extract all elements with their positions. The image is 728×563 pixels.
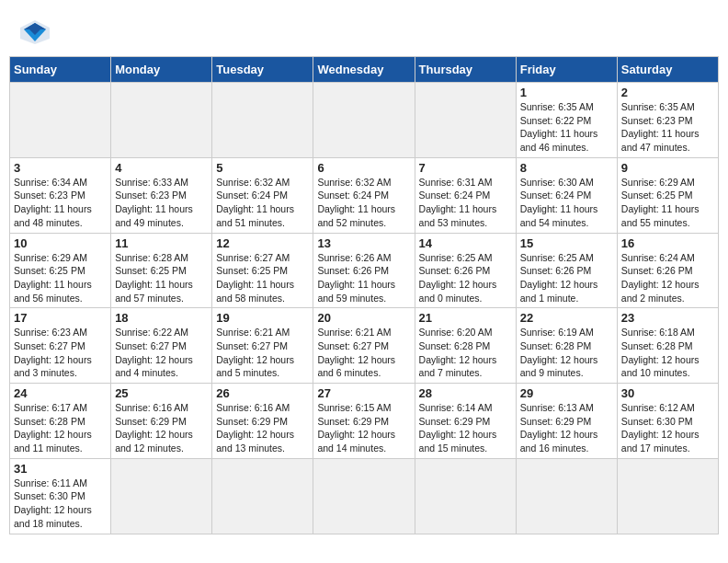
day-info: Sunrise: 6:22 AM Sunset: 6:27 PM Dayligh… — [115, 326, 208, 380]
day-info: Sunrise: 6:30 AM Sunset: 6:24 PM Dayligh… — [520, 176, 613, 230]
day-info: Sunrise: 6:35 AM Sunset: 6:22 PM Dayligh… — [520, 100, 613, 155]
day-info: Sunrise: 6:21 AM Sunset: 6:27 PM Dayligh… — [216, 326, 309, 380]
day-info: Sunrise: 6:19 AM Sunset: 6:28 PM Dayligh… — [520, 326, 613, 380]
day-info: Sunrise: 6:16 AM Sunset: 6:29 PM Dayligh… — [115, 401, 208, 455]
day-info: Sunrise: 6:25 AM Sunset: 6:26 PM Dayligh… — [520, 251, 613, 305]
calendar-cell: 19Sunrise: 6:21 AM Sunset: 6:27 PM Dayli… — [212, 308, 313, 384]
day-number: 3 — [14, 161, 107, 175]
calendar-cell — [617, 458, 718, 534]
day-info: Sunrise: 6:31 AM Sunset: 6:24 PM Dayligh… — [419, 176, 512, 230]
day-number: 22 — [520, 311, 613, 325]
calendar-cell: 29Sunrise: 6:13 AM Sunset: 6:29 PM Dayli… — [516, 384, 617, 459]
week-row-2: 3Sunrise: 6:34 AM Sunset: 6:23 PM Daylig… — [10, 157, 719, 233]
day-info: Sunrise: 6:29 AM Sunset: 6:25 PM Dayligh… — [621, 176, 714, 230]
calendar-cell — [313, 458, 415, 534]
calendar-cell: 31Sunrise: 6:11 AM Sunset: 6:30 PM Dayli… — [10, 458, 111, 534]
day-number: 6 — [317, 161, 410, 175]
day-number: 25 — [115, 386, 208, 400]
day-number: 1 — [520, 86, 613, 99]
day-info: Sunrise: 6:12 AM Sunset: 6:30 PM Dayligh… — [621, 401, 714, 455]
day-number: 7 — [419, 161, 512, 175]
calendar-cell: 8Sunrise: 6:30 AM Sunset: 6:24 PM Daylig… — [516, 157, 617, 233]
day-number: 28 — [419, 386, 512, 400]
calendar-cell: 11Sunrise: 6:28 AM Sunset: 6:25 PM Dayli… — [111, 233, 212, 308]
calendar-cell: 9Sunrise: 6:29 AM Sunset: 6:25 PM Daylig… — [617, 157, 718, 233]
calendar-cell: 13Sunrise: 6:26 AM Sunset: 6:26 PM Dayli… — [313, 233, 415, 308]
day-info: Sunrise: 6:18 AM Sunset: 6:28 PM Dayligh… — [621, 326, 714, 380]
day-number: 30 — [621, 386, 714, 400]
weekday-header-saturday: Saturday — [617, 57, 718, 83]
day-number: 10 — [14, 236, 107, 250]
day-number: 17 — [14, 311, 107, 325]
calendar-cell: 27Sunrise: 6:15 AM Sunset: 6:29 PM Dayli… — [313, 384, 415, 459]
day-number: 13 — [317, 236, 410, 250]
day-info: Sunrise: 6:23 AM Sunset: 6:27 PM Dayligh… — [14, 326, 107, 380]
day-info: Sunrise: 6:29 AM Sunset: 6:25 PM Dayligh… — [14, 251, 107, 305]
calendar-cell — [10, 83, 111, 158]
day-number: 24 — [14, 386, 107, 400]
week-row-6: 31Sunrise: 6:11 AM Sunset: 6:30 PM Dayli… — [10, 458, 719, 534]
calendar-cell — [111, 83, 212, 158]
day-number: 16 — [621, 236, 714, 250]
calendar-cell: 14Sunrise: 6:25 AM Sunset: 6:26 PM Dayli… — [415, 233, 516, 308]
calendar-cell: 18Sunrise: 6:22 AM Sunset: 6:27 PM Dayli… — [111, 308, 212, 384]
weekday-header-row: SundayMondayTuesdayWednesdayThursdayFrid… — [10, 57, 719, 83]
calendar-cell: 16Sunrise: 6:24 AM Sunset: 6:26 PM Dayli… — [617, 233, 718, 308]
day-number: 9 — [621, 161, 714, 175]
day-info: Sunrise: 6:24 AM Sunset: 6:26 PM Dayligh… — [621, 251, 714, 305]
day-info: Sunrise: 6:20 AM Sunset: 6:28 PM Dayligh… — [419, 326, 512, 380]
day-number: 12 — [216, 236, 309, 250]
week-row-3: 10Sunrise: 6:29 AM Sunset: 6:25 PM Dayli… — [10, 233, 719, 308]
calendar-cell: 10Sunrise: 6:29 AM Sunset: 6:25 PM Dayli… — [10, 233, 111, 308]
calendar-cell — [111, 458, 212, 534]
calendar-cell: 26Sunrise: 6:16 AM Sunset: 6:29 PM Dayli… — [212, 384, 313, 459]
weekday-header-monday: Monday — [111, 57, 212, 83]
calendar-cell — [212, 458, 313, 534]
calendar-cell: 1Sunrise: 6:35 AM Sunset: 6:22 PM Daylig… — [516, 83, 617, 158]
week-row-5: 24Sunrise: 6:17 AM Sunset: 6:28 PM Dayli… — [10, 384, 719, 459]
day-info: Sunrise: 6:27 AM Sunset: 6:25 PM Dayligh… — [216, 251, 309, 305]
calendar-cell: 6Sunrise: 6:32 AM Sunset: 6:24 PM Daylig… — [313, 157, 415, 233]
calendar-cell: 15Sunrise: 6:25 AM Sunset: 6:26 PM Dayli… — [516, 233, 617, 308]
day-info: Sunrise: 6:14 AM Sunset: 6:29 PM Dayligh… — [419, 401, 512, 455]
day-number: 2 — [621, 86, 714, 99]
calendar-cell: 20Sunrise: 6:21 AM Sunset: 6:27 PM Dayli… — [313, 308, 415, 384]
weekday-header-sunday: Sunday — [10, 57, 111, 83]
day-info: Sunrise: 6:26 AM Sunset: 6:26 PM Dayligh… — [317, 251, 410, 305]
calendar-cell: 22Sunrise: 6:19 AM Sunset: 6:28 PM Dayli… — [516, 308, 617, 384]
calendar-cell — [415, 458, 516, 534]
calendar-cell: 4Sunrise: 6:33 AM Sunset: 6:23 PM Daylig… — [111, 157, 212, 233]
day-number: 18 — [115, 311, 208, 325]
week-row-1: 1Sunrise: 6:35 AM Sunset: 6:22 PM Daylig… — [10, 83, 719, 158]
day-number: 23 — [621, 311, 714, 325]
day-number: 8 — [520, 161, 613, 175]
day-number: 26 — [216, 386, 309, 400]
calendar-cell: 30Sunrise: 6:12 AM Sunset: 6:30 PM Dayli… — [617, 384, 718, 459]
calendar-cell — [212, 83, 313, 158]
day-info: Sunrise: 6:25 AM Sunset: 6:26 PM Dayligh… — [419, 251, 512, 305]
calendar-cell: 23Sunrise: 6:18 AM Sunset: 6:28 PM Dayli… — [617, 308, 718, 384]
day-info: Sunrise: 6:13 AM Sunset: 6:29 PM Dayligh… — [520, 401, 613, 455]
calendar-cell — [313, 83, 415, 158]
header — [9, 9, 719, 51]
day-info: Sunrise: 6:34 AM Sunset: 6:23 PM Dayligh… — [14, 176, 107, 230]
calendar-cell: 24Sunrise: 6:17 AM Sunset: 6:28 PM Dayli… — [10, 384, 111, 459]
day-number: 19 — [216, 311, 309, 325]
day-number: 29 — [520, 386, 613, 400]
calendar-cell — [415, 83, 516, 158]
calendar-cell: 25Sunrise: 6:16 AM Sunset: 6:29 PM Dayli… — [111, 384, 212, 459]
day-number: 20 — [317, 311, 410, 325]
weekday-header-wednesday: Wednesday — [313, 57, 415, 83]
day-info: Sunrise: 6:15 AM Sunset: 6:29 PM Dayligh… — [317, 401, 410, 455]
calendar: SundayMondayTuesdayWednesdayThursdayFrid… — [9, 56, 719, 534]
day-info: Sunrise: 6:35 AM Sunset: 6:23 PM Dayligh… — [621, 100, 714, 155]
day-info: Sunrise: 6:28 AM Sunset: 6:25 PM Dayligh… — [115, 251, 208, 305]
day-number: 27 — [317, 386, 410, 400]
day-info: Sunrise: 6:11 AM Sunset: 6:30 PM Dayligh… — [14, 477, 107, 531]
calendar-cell: 7Sunrise: 6:31 AM Sunset: 6:24 PM Daylig… — [415, 157, 516, 233]
day-number: 5 — [216, 161, 309, 175]
day-number: 4 — [115, 161, 208, 175]
calendar-cell: 5Sunrise: 6:32 AM Sunset: 6:24 PM Daylig… — [212, 157, 313, 233]
calendar-cell — [516, 458, 617, 534]
calendar-cell: 28Sunrise: 6:14 AM Sunset: 6:29 PM Dayli… — [415, 384, 516, 459]
